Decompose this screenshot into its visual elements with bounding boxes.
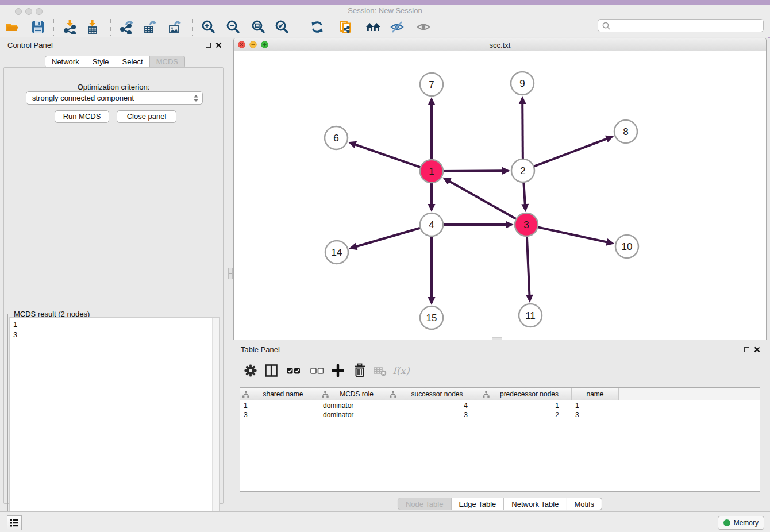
zoom-out-button[interactable] [225,19,241,35]
tab-edge-table[interactable]: Edge Table [451,498,504,510]
toolbar-separator [192,18,193,36]
result-scrollbar[interactable] [212,318,219,531]
table-toolbar: f(x) [233,356,767,384]
cell: 1 [240,402,319,410]
close-panel-button[interactable]: Close panel [117,110,176,123]
cell: 3 [387,411,480,419]
cell: dominator [319,402,387,410]
trash-icon [351,362,368,379]
edge-3-11[interactable] [527,234,530,296]
edge-3-1[interactable] [449,181,518,220]
memory-button[interactable]: Memory [718,516,764,530]
tab-mcds[interactable]: MCDS [150,56,185,68]
tab-node-table[interactable]: Node Table [398,498,452,510]
graph-node-7[interactable]: 7 [420,73,443,96]
tab-style[interactable]: Style [86,56,116,68]
pane-divider-grip[interactable] [228,268,233,279]
column-header-predecessor-nodes[interactable]: predecessor nodes [480,388,572,400]
edge-arrowhead-4-3 [506,221,514,229]
edge-arrowhead-1-2 [502,167,510,175]
cell: 4 [387,402,480,410]
split-panel-button[interactable] [262,361,280,380]
edge-3-10[interactable] [536,227,608,242]
import-table-button[interactable] [84,19,101,35]
edge-2-3[interactable] [523,180,525,205]
toolbar-separator [53,18,54,36]
close-panel-icon[interactable] [215,42,222,48]
graph-node-1[interactable]: 1 [420,160,443,183]
tree-icon [242,391,249,398]
optimization-criterion-label: Optimization criterion: [4,83,223,91]
zoom-in-button[interactable] [201,19,217,35]
show-graphics-button[interactable] [415,19,432,35]
hide-graphics-button[interactable] [389,19,405,35]
main-toolbar [0,17,770,37]
export-image-button[interactable] [167,19,183,35]
graph-node-11[interactable]: 11 [519,304,542,327]
graph-node-8[interactable]: 8 [614,120,637,143]
node-label: 4 [429,219,434,230]
home-button[interactable] [365,19,382,35]
optimization-criterion-select[interactable]: strongly connected component [26,91,203,105]
task-history-button[interactable] [7,515,22,530]
add-column-button[interactable] [329,361,347,380]
plus-icon [329,362,346,379]
network-canvas[interactable]: 7968124314101511 [234,52,766,340]
table-settings-button[interactable] [241,361,260,380]
graph-node-10[interactable]: 10 [615,235,638,258]
save-session-button[interactable] [30,19,46,35]
graph-node-15[interactable]: 15 [420,306,443,329]
table-row-1[interactable]: 3dominator323 [240,410,760,419]
tab-network[interactable]: Network [45,56,86,68]
duplicate-view-button[interactable] [337,19,353,35]
graph-node-6[interactable]: 6 [325,126,348,149]
node-label: 11 [525,310,536,321]
close-table-panel-icon[interactable] [754,346,760,353]
float-panel-icon[interactable] [206,43,211,48]
export-table-button[interactable] [142,19,158,35]
import-network-button[interactable] [62,19,78,35]
table-row-0[interactable]: 1dominator411 [240,401,760,410]
edge-4-14[interactable] [356,228,422,247]
export-network-button[interactable] [119,19,135,35]
run-mcds-button[interactable]: Run MCDS [55,110,109,123]
desktop-strip-top [0,0,770,5]
select-all-button[interactable] [284,361,303,380]
network-resize-grip[interactable] [492,337,502,340]
column-header-name[interactable]: name [572,388,619,400]
search-input[interactable] [611,21,763,31]
zoom-fit-button[interactable] [251,19,267,35]
table-panel-header: Table Panel [233,342,767,357]
graph-node-14[interactable]: 14 [325,241,348,264]
tab-network-table[interactable]: Network Table [504,498,567,510]
column-header-shared-name[interactable]: shared name [240,388,319,400]
table-bottom-strip [240,492,760,498]
edge-2-8[interactable] [532,138,607,167]
graph-node-2[interactable]: 2 [511,159,534,182]
edge-arrowhead-1-7 [428,97,436,105]
edge-1-2[interactable] [441,171,503,171]
graph-node-3[interactable]: 3 [515,213,538,236]
tab-select[interactable]: Select [116,56,150,68]
save-icon [30,20,45,34]
network-view-window: scc.txt 7968124314101511 [233,38,767,340]
graph-node-4[interactable]: 4 [420,213,443,236]
network-window-titlebar[interactable]: scc.txt [234,38,766,51]
open-session-button[interactable] [4,19,20,35]
graph-node-9[interactable]: 9 [511,72,534,95]
delete-column-button[interactable] [351,361,369,380]
column-header-mcds-role[interactable]: MCDS role [319,388,387,400]
edge-2-9[interactable] [522,103,523,161]
import-network-icon [63,20,78,34]
search-field[interactable] [598,19,764,32]
zoom-selected-button[interactable] [274,19,290,35]
deselect-all-button[interactable] [308,361,326,380]
refresh-view-button[interactable] [309,19,325,35]
eye-slash-icon [390,20,405,34]
column-header-successor-nodes[interactable]: successor nodes [387,388,480,400]
mcds-result-area[interactable]: 1 3 [9,317,220,531]
edge-1-6[interactable] [355,144,422,168]
float-table-panel-icon[interactable] [744,347,749,352]
tab-motifs[interactable]: Motifs [567,498,602,510]
status-bar: Memory [0,511,770,532]
